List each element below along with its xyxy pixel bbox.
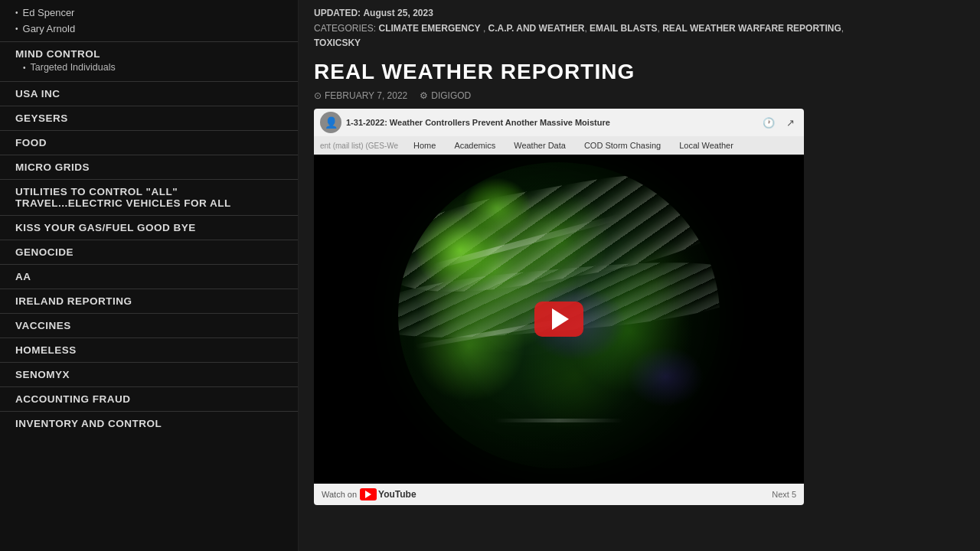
sidebar-subitem-targeted[interactable]: • Targeted Individuals: [15, 60, 283, 75]
category-climate[interactable]: CLIMATE EMERGENCY: [378, 23, 480, 34]
inner-nav-home[interactable]: Home: [410, 139, 439, 152]
video-container: 👤 1-31-2022: Weather Controllers Prevent…: [314, 109, 804, 505]
sidebar-item-gary-arnold[interactable]: • Gary Arnold: [15, 21, 283, 37]
sidebar-section-title[interactable]: AA: [15, 271, 283, 282]
sidebar-subitem-label: Targeted Individuals: [31, 62, 116, 73]
sidebar-section-mind-control: MIND CONTROL • Targeted Individuals: [0, 41, 298, 81]
sidebar-section-title[interactable]: SENOMYX: [15, 369, 283, 380]
sidebar-section-aa: AA: [0, 264, 298, 289]
sidebar-section-geysers: GEYSERS: [0, 106, 298, 130]
page-title: REAL WEATHER REPORTING: [314, 60, 965, 84]
category-toxicsky[interactable]: TOXICSKY: [314, 37, 361, 48]
bullet-icon: •: [15, 24, 18, 33]
youtube-play-icon: [365, 491, 371, 498]
sidebar-section-title[interactable]: KISS YOUR GAS/FUEL GOOD BYE: [15, 222, 283, 233]
watch-on-section: Watch on YouTube: [322, 488, 416, 500]
calendar-icon: ⊙: [314, 90, 322, 101]
updated-label: UPDATED:: [314, 8, 361, 18]
sidebar-section-utilities: UTILITIES TO CONTROL "ALL" TRAVEL...ELEC…: [0, 179, 298, 215]
updated-date: August 25, 2023: [363, 8, 433, 18]
post-date: ⊙ FEBRUARY 7, 2022: [314, 90, 407, 101]
sidebar-section-title[interactable]: MIND CONTROL: [15, 48, 283, 60]
updated-line: UPDATED: August 25, 2023: [314, 8, 965, 18]
sidebar-item-label: Gary Arnold: [23, 23, 76, 34]
play-button[interactable]: [534, 302, 583, 337]
author-text: DIGIGOD: [431, 90, 471, 101]
youtube-label: YouTube: [378, 489, 416, 500]
video-action-icons: 🕐 ↗: [761, 115, 798, 130]
sidebar-section-title[interactable]: IRELAND REPORTING: [15, 295, 283, 307]
category-email[interactable]: EMAIL BLASTS: [590, 23, 657, 34]
post-meta: ⊙ FEBRUARY 7, 2022 ⚙ DIGIGOD: [314, 90, 965, 101]
sidebar-item-ed-spencer[interactable]: • Ed Spencer: [15, 5, 283, 21]
play-triangle-icon: [552, 308, 569, 330]
video-title: 1-31-2022: Weather Controllers Prevent A…: [346, 118, 756, 127]
sidebar-section-title[interactable]: FOOD: [15, 137, 283, 148]
user-icon: ⚙: [420, 90, 428, 101]
sidebar-section-title[interactable]: VACCINES: [15, 320, 283, 331]
clock-icon[interactable]: 🕐: [761, 115, 776, 130]
inner-nav-academics[interactable]: Academics: [451, 139, 498, 152]
bullet-icon: •: [15, 8, 18, 17]
sidebar-section-kiss-your: KISS YOUR GAS/FUEL GOOD BYE: [0, 215, 298, 240]
sidebar-section-homeless: HOMELESS: [0, 337, 298, 362]
sidebar-top-items: • Ed Spencer • Gary Arnold: [0, 0, 298, 41]
categories-line: CATEGORIES: CLIMATE EMERGENCY , C.A.P. A…: [314, 21, 965, 51]
sidebar-section-title[interactable]: GENOCIDE: [15, 246, 283, 258]
sidebar-section-ireland: IRELAND REPORTING: [0, 289, 298, 313]
sidebar-section-title[interactable]: USA INC: [15, 88, 283, 99]
sidebar-section-title[interactable]: ACCOUNTING FRAUD: [15, 393, 283, 405]
inner-nav-weather-data[interactable]: Weather Data: [511, 139, 569, 152]
categories-label: CATEGORIES:: [314, 23, 376, 34]
inner-nav: ent (mail list) (GES-We Home Academics W…: [314, 136, 804, 155]
youtube-logo[interactable]: YouTube: [360, 488, 416, 500]
video-top-bar: 👤 1-31-2022: Weather Controllers Prevent…: [314, 109, 804, 136]
channel-avatar: 👤: [320, 112, 341, 133]
share-icon[interactable]: ↗: [782, 115, 798, 130]
category-cap[interactable]: C.A.P. AND WEATHER: [488, 23, 585, 34]
sidebar-section-genocide: GENOCIDE: [0, 240, 298, 264]
sidebar-section-senomyx: SENOMYX: [0, 362, 298, 386]
sidebar-section-title[interactable]: GEYSERS: [15, 112, 283, 124]
sidebar-section-title[interactable]: MICRO GRIDS: [15, 161, 283, 173]
date-text: FEBRUARY 7, 2022: [325, 90, 407, 101]
sidebar-section-usa-inc: USA INC: [0, 81, 298, 106]
main-content: UPDATED: August 25, 2023 CATEGORIES: CLI…: [299, 0, 980, 551]
sidebar-section-vaccines: VACCINES: [0, 313, 298, 337]
youtube-icon: [360, 488, 377, 500]
sidebar-item-label: Ed Spencer: [23, 7, 75, 18]
video-bottom-bar: Watch on YouTube Next 5: [314, 484, 804, 505]
post-author: ⚙ DIGIGOD: [420, 90, 471, 101]
sidebar-section-micro-grids: MICRO GRIDS: [0, 155, 298, 179]
avatar-icon: 👤: [325, 116, 338, 129]
sidebar-section-accounting: ACCOUNTING FRAUD: [0, 386, 298, 411]
bullet-icon: •: [23, 64, 26, 72]
sidebar-section-inventory: INVENTORY AND CONTROL: [0, 411, 298, 435]
video-frame: [314, 155, 804, 484]
sidebar: • Ed Spencer • Gary Arnold MIND CONTROL …: [0, 0, 299, 551]
sidebar-section-food: FOOD: [0, 130, 298, 155]
inner-nav-local-weather[interactable]: Local Weather: [676, 139, 737, 152]
watch-on-label: Watch on: [322, 490, 357, 499]
next-button[interactable]: Next 5: [772, 490, 796, 499]
category-real-weather[interactable]: REAL WEATHER WARFARE REPORTING: [662, 23, 841, 34]
sidebar-section-title[interactable]: INVENTORY AND CONTROL: [15, 418, 283, 429]
sidebar-section-title[interactable]: UTILITIES TO CONTROL "ALL" TRAVEL...ELEC…: [15, 186, 283, 209]
sidebar-section-title[interactable]: HOMELESS: [15, 344, 283, 356]
inner-nav-cod-storm[interactable]: COD Storm Chasing: [581, 139, 664, 152]
inner-nav-partial: ent (mail list) (GES-We: [320, 142, 398, 150]
